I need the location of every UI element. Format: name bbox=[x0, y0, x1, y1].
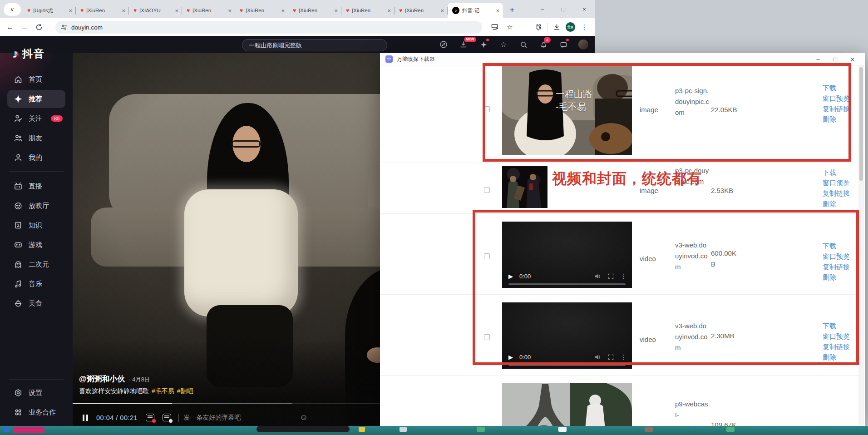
media-thumbnail bbox=[502, 166, 547, 208]
sidebar-item-mine[interactable]: 我的 bbox=[7, 148, 65, 167]
search-icon[interactable] bbox=[518, 39, 528, 50]
notifications-bell-icon[interactable]: 4 bbox=[538, 39, 548, 50]
sidebar-item-recommend[interactable]: 推荐 bbox=[7, 90, 65, 108]
quick-access-icon[interactable] bbox=[439, 39, 449, 50]
bookmark-star-icon[interactable]: ☆ bbox=[504, 21, 516, 33]
row-checkbox[interactable] bbox=[484, 187, 490, 193]
search-query: 一程山路原唱完整版 bbox=[249, 41, 302, 49]
douyin-header: 一程山路原唱完整版 NEW ☆ bbox=[0, 36, 595, 53]
tab-close-icon[interactable]: × bbox=[227, 7, 232, 14]
sidebar-item-live[interactable]: 直播 bbox=[7, 177, 65, 195]
browser-tab[interactable]: ♥ [XIAOYU × bbox=[129, 3, 182, 18]
sidebar-item-home[interactable]: 首页 bbox=[7, 70, 65, 89]
downloader-title: 万能嗅探下载器 bbox=[397, 55, 435, 63]
browser-tab[interactable]: ♥ [XiuRen × bbox=[182, 3, 235, 18]
browser-tab[interactable]: ♥ [XiuRen × bbox=[76, 3, 129, 18]
header-icons: NEW ☆ 4 bbox=[439, 39, 588, 50]
tab-close-icon[interactable]: × bbox=[280, 7, 286, 14]
site-settings-icon bbox=[61, 24, 67, 30]
tab-title: [XiuRen bbox=[405, 8, 437, 13]
pause-button[interactable] bbox=[83, 415, 88, 421]
video-caption: 喜欢这样安安静静地唱歌 bbox=[79, 387, 149, 395]
favorites-star-icon[interactable]: ☆ bbox=[498, 39, 508, 50]
tab-title: 抖音-记 bbox=[462, 7, 492, 14]
tab-close-icon[interactable]: × bbox=[386, 7, 392, 14]
close-button[interactable]: × bbox=[574, 0, 595, 18]
messages-icon[interactable] bbox=[558, 39, 568, 50]
danmaku-toggle-icon[interactable] bbox=[146, 414, 154, 421]
tab-title: [XiuRen bbox=[86, 8, 118, 13]
sidebar-item-business[interactable]: 业务合作 bbox=[7, 403, 65, 421]
emoji-icon[interactable]: ☺ bbox=[300, 408, 308, 427]
sidebar-label: 直播 bbox=[29, 182, 42, 191]
sidebar-item-settings[interactable]: 设置 bbox=[7, 384, 65, 402]
sidebar-item-friends[interactable]: 朋友 bbox=[7, 129, 65, 147]
menu-icon[interactable]: ⋮ bbox=[578, 21, 590, 33]
sidebar-label: 游戏 bbox=[29, 241, 42, 249]
tab-strip: ∨ ♥ [Ugirls尤 × ♥ [XiuRen × ♥ [XIAOYU × ♥… bbox=[0, 0, 595, 18]
tab-close-icon[interactable]: × bbox=[121, 7, 126, 14]
extensions-icon[interactable] bbox=[532, 21, 544, 33]
sidebar-item-music[interactable]: 音乐 bbox=[7, 275, 65, 293]
install-app-icon[interactable] bbox=[489, 21, 501, 33]
minimize-button[interactable]: – bbox=[532, 0, 553, 18]
search-input[interactable]: 一程山路原唱完整版 bbox=[242, 39, 387, 51]
sidebar-item-following[interactable]: 关注 80 bbox=[7, 109, 65, 128]
tab-close-icon[interactable]: × bbox=[68, 7, 73, 14]
hashtag[interactable]: #毛不易 bbox=[152, 387, 174, 395]
reload-button[interactable] bbox=[32, 20, 46, 35]
tab-title: [XIAOYU bbox=[139, 8, 171, 13]
video-author[interactable]: @粥粥和小伙 bbox=[79, 374, 125, 384]
annotation-box-videos bbox=[473, 210, 859, 365]
copy-link-link[interactable]: 复制链接 bbox=[823, 188, 849, 198]
scrollbar[interactable] bbox=[858, 65, 864, 426]
tab-close-icon[interactable]: × bbox=[174, 7, 179, 14]
sidebar-label: 知识 bbox=[29, 221, 42, 230]
new-tab-button[interactable]: + bbox=[506, 4, 518, 16]
danmaku-input[interactable]: 发一条友好的弹幕吧 bbox=[183, 414, 241, 422]
danmaku-settings-icon[interactable] bbox=[163, 414, 171, 421]
browser-tab[interactable]: ♥ [Ugirls尤 × bbox=[23, 3, 76, 18]
annotation-box-cover bbox=[483, 63, 851, 162]
sidebar-item-food[interactable]: 美食 bbox=[7, 294, 65, 312]
sidebar-label: 关注 bbox=[29, 114, 42, 123]
back-button[interactable]: ← bbox=[3, 20, 17, 35]
tab-close-icon[interactable]: × bbox=[333, 7, 339, 14]
douyin-logo[interactable]: ♪ 抖音 bbox=[13, 47, 45, 61]
browser-tab[interactable]: ♥ [XiuRen × bbox=[395, 3, 448, 18]
video-time: 00:04 / 00:21 bbox=[96, 414, 138, 421]
address-bar[interactable]: douyin.com bbox=[55, 21, 482, 34]
annotation-text: 视频和封面，统统都有 bbox=[552, 169, 702, 189]
sidebar-item-anime[interactable]: 二次元 bbox=[7, 255, 65, 273]
browser-toolbar: ← → douyin.com ☆ bbox=[0, 18, 595, 36]
sidebar-label: 业务合作 bbox=[29, 408, 56, 417]
browser-tab[interactable]: ♥ [XiuRen × bbox=[235, 3, 288, 18]
delete-link[interactable]: 删除 bbox=[823, 198, 849, 209]
client-download-icon[interactable]: NEW bbox=[459, 39, 469, 50]
douyin-note-icon: ♪ bbox=[13, 47, 19, 61]
tab-title: [Ugirls尤 bbox=[33, 7, 65, 14]
browser-tab[interactable]: ♥ [XiuRen × bbox=[341, 3, 395, 18]
sidebar-label: 放映厅 bbox=[29, 202, 49, 210]
tab-close-icon[interactable]: × bbox=[495, 7, 500, 14]
forward-button[interactable]: → bbox=[17, 20, 32, 35]
ai-sparkle-icon[interactable] bbox=[478, 39, 488, 50]
taskbar-thumbnail bbox=[359, 427, 365, 432]
profile-avatar[interactable]: 贵森 bbox=[566, 22, 575, 32]
sidebar-label: 二次元 bbox=[29, 260, 49, 269]
sidebar-item-games[interactable]: 游戏 bbox=[7, 236, 65, 254]
sidebar-item-cinema[interactable]: 放映厅 bbox=[7, 197, 65, 215]
downloads-icon[interactable] bbox=[551, 21, 562, 33]
maximize-button[interactable]: □ bbox=[553, 0, 574, 18]
hashtag[interactable]: #翻唱 bbox=[177, 387, 193, 395]
window-preview-link[interactable]: 窗口预览 bbox=[823, 178, 849, 188]
user-avatar[interactable] bbox=[578, 40, 588, 49]
browser-tab-active[interactable]: ♪ 抖音-记 × bbox=[448, 3, 503, 18]
tab-search-chevron-icon[interactable]: ∨ bbox=[4, 3, 21, 16]
download-link[interactable]: 下载 bbox=[823, 167, 849, 178]
browser-tab[interactable]: ♥ [XiuRen × bbox=[288, 3, 341, 18]
sidebar-item-knowledge[interactable]: 知识 bbox=[7, 216, 65, 234]
heart-favicon-icon: ♥ bbox=[133, 8, 137, 13]
bell-badge: 4 bbox=[544, 37, 551, 43]
tab-close-icon[interactable]: × bbox=[439, 7, 445, 14]
